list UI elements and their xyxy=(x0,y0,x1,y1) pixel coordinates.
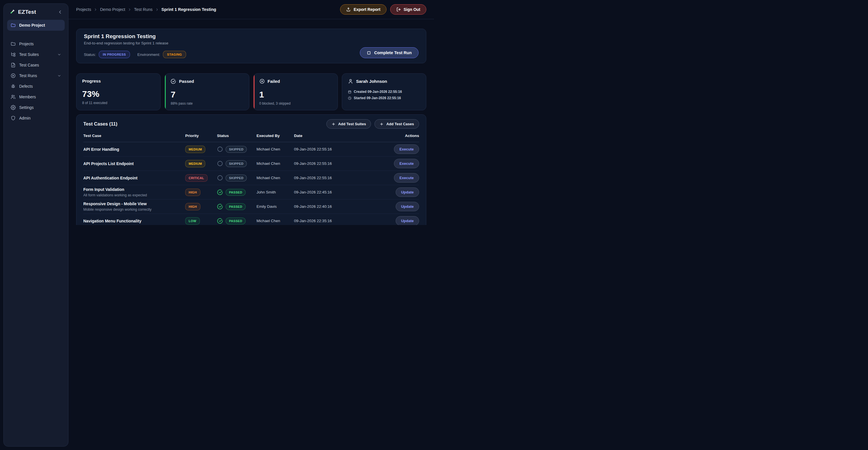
execute-button[interactable]: Execute xyxy=(394,159,419,168)
test-case-cell: Navigation Menu Functionality xyxy=(83,219,185,223)
table-row-form-input-validation: Form Input ValidationAll form validation… xyxy=(83,185,419,199)
expand-caret[interactable] xyxy=(57,74,61,78)
executed-by-cell: Michael Chen xyxy=(256,219,294,223)
update-button[interactable]: Update xyxy=(396,188,419,197)
executed-by-cell: Michael Chen xyxy=(256,161,294,166)
priority-cell: HIGH xyxy=(185,203,217,210)
table-header-row: Test CasePriorityStatusExecuted ByDateAc… xyxy=(83,129,419,142)
chevron-right-icon xyxy=(94,8,97,11)
test-case-cell: API Authentication Endpoint xyxy=(83,176,185,180)
check-circle-icon xyxy=(170,79,176,84)
expand-caret[interactable] xyxy=(57,52,61,56)
table-row-api-authentication-endpoint: API Authentication EndpointCRITICALSKIPP… xyxy=(83,171,419,185)
owner-card: Sarah Johnson Created 09-Jan-2026 22:55:… xyxy=(342,74,426,110)
circle-icon xyxy=(217,146,223,152)
column-header-executed-by: Executed By xyxy=(256,134,294,138)
sidebar-nav: ProjectsTest SuitesTest CasesTest RunsDe… xyxy=(7,39,65,123)
sidebar: EZTest Demo Project ProjectsTest SuitesT… xyxy=(3,3,68,225)
test-case-description: Mobile responsive design working correct… xyxy=(83,207,185,212)
table-row-api-error-handling: API Error HandlingMEDIUMSKIPPEDMichael C… xyxy=(83,142,419,157)
sidebar-item-test-cases[interactable]: Test Cases xyxy=(7,60,65,70)
table-row-navigation-menu-functionality: Navigation Menu FunctionalityLOWPASSEDMi… xyxy=(83,214,419,225)
sidebar-item-members[interactable]: Members xyxy=(7,92,65,102)
add-test-cases-button[interactable]: Add Test Cases xyxy=(374,119,419,129)
check-circle-icon xyxy=(217,218,223,224)
test-cases-card: Test Cases (11) Add Test Suites Add Test… xyxy=(76,114,426,225)
priority-cell: MEDIUM xyxy=(185,146,217,153)
breadcrumb-item-demo-project[interactable]: Demo Project xyxy=(100,7,125,12)
failed-accent-bar xyxy=(254,74,254,110)
status-icon-wrap xyxy=(217,146,223,152)
sidebar-header: EZTest xyxy=(7,8,65,20)
add-test-cases-label: Add Test Cases xyxy=(386,122,414,126)
content: Sprint 1 Regression Testing End-to-end r… xyxy=(68,19,434,225)
test-case-name: API Error Handling xyxy=(83,147,185,151)
table-row-responsive-design-mobile-view: Responsive Design - Mobile ViewMobile re… xyxy=(83,199,419,214)
status-cell: SKIPPED xyxy=(217,146,256,153)
run-description: End-to-end regression testing for Sprint… xyxy=(84,41,186,45)
run-meta-row: Status: IN PROGRESS Environment: STAGING xyxy=(84,51,186,58)
sidebar-collapse-button[interactable] xyxy=(57,9,63,15)
sidebar-item-demo-project[interactable]: Demo Project xyxy=(7,20,65,31)
add-test-suites-button[interactable]: Add Test Suites xyxy=(327,119,371,129)
sign-out-label: Sign Out xyxy=(404,7,420,12)
breadcrumb-item-projects[interactable]: Projects xyxy=(76,7,91,12)
status-icon-wrap xyxy=(217,218,223,224)
breadcrumb-separator xyxy=(155,8,159,11)
chevron-down-icon xyxy=(57,74,61,78)
main-area: ProjectsDemo ProjectTest RunsSprint 1 Re… xyxy=(68,0,434,225)
sidebar-item-settings[interactable]: Settings xyxy=(7,102,65,113)
export-report-label: Export Report xyxy=(353,7,380,12)
sidebar-item-projects[interactable]: Projects xyxy=(7,39,65,49)
sidebar-item-test-runs[interactable]: Test Runs xyxy=(7,71,65,81)
users-icon xyxy=(10,94,16,100)
update-button[interactable]: Update xyxy=(396,202,419,211)
add-test-suites-label: Add Test Suites xyxy=(338,122,366,126)
breadcrumb: ProjectsDemo ProjectTest RunsSprint 1 Re… xyxy=(76,7,216,12)
sidebar-item-test-suites[interactable]: Test Suites xyxy=(7,49,65,60)
date-cell: 09-Jan-2026 22:55:16 xyxy=(294,176,388,180)
sidebar-item-admin[interactable]: Admin xyxy=(7,113,65,123)
executed-by-cell: Emily Davis xyxy=(256,204,294,209)
priority-badge: HIGH xyxy=(185,189,200,196)
execute-button[interactable]: Execute xyxy=(394,144,419,154)
sign-out-button[interactable]: Sign Out xyxy=(390,4,426,15)
stats-row: Progress 73% 8 of 11 executed Passed 7 8… xyxy=(76,74,426,110)
test-case-name: Form Input Validation xyxy=(83,187,185,192)
execute-button[interactable]: Execute xyxy=(394,173,419,182)
breadcrumb-separator xyxy=(94,8,97,11)
file-check-icon xyxy=(10,62,16,68)
export-report-button[interactable]: Export Report xyxy=(340,4,386,15)
shield-icon xyxy=(10,115,16,121)
update-button[interactable]: Update xyxy=(396,216,419,225)
status-icon-wrap xyxy=(217,189,223,195)
passed-value: 7 xyxy=(170,90,243,99)
owner-created: Created 09-Jan-2026 22:55:16 xyxy=(354,90,402,94)
breadcrumb-item-test-runs[interactable]: Test Runs xyxy=(134,7,152,12)
sidebar-item-label: Admin xyxy=(19,116,31,120)
priority-badge: HIGH xyxy=(185,203,200,210)
sidebar-item-defects[interactable]: Defects xyxy=(7,81,65,91)
breadcrumb-separator xyxy=(128,8,131,11)
failed-value: 1 xyxy=(259,90,332,99)
complete-test-run-button[interactable]: Complete Test Run xyxy=(360,47,418,58)
bug-icon xyxy=(10,84,16,89)
test-case-name: Responsive Design - Mobile View xyxy=(83,201,185,206)
status-badge: SKIPPED xyxy=(225,160,247,167)
complete-test-run-label: Complete Test Run xyxy=(374,51,412,55)
passed-accent-bar xyxy=(165,74,166,110)
clock-icon xyxy=(348,96,351,100)
user-icon xyxy=(348,79,353,84)
date-cell: 09-Jan-2026 22:55:16 xyxy=(294,161,388,166)
test-case-cell: Form Input ValidationAll form validation… xyxy=(83,187,185,197)
circle-icon xyxy=(217,161,223,167)
test-tube-logo-icon xyxy=(9,9,15,15)
chevron-right-icon xyxy=(155,8,159,11)
environment-badge: STAGING xyxy=(163,51,186,58)
owner-started-line: Started 09-Jan-2026 22:55:16 xyxy=(348,96,420,100)
test-case-name: API Authentication Endpoint xyxy=(83,176,185,180)
sidebar-item-label: Test Cases xyxy=(19,63,39,67)
passed-card: Passed 7 88% pass rate xyxy=(165,74,249,110)
priority-cell: MEDIUM xyxy=(185,160,217,167)
progress-subtitle: 8 of 11 executed xyxy=(82,101,155,105)
